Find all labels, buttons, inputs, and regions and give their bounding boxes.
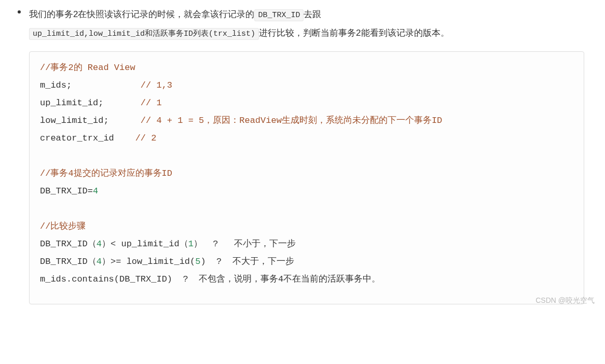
code-number: 1 [188, 239, 194, 249]
code-number: 5 [195, 257, 200, 267]
text-segment: 我们的事务2在快照读该行记录的时候，就会拿该行记录的 [29, 9, 254, 19]
inline-code: DB_TRX_ID [254, 9, 304, 21]
code-comment: //比较步骤 [40, 221, 86, 231]
code-comment: //事务2的 Read View [40, 63, 135, 73]
code-line: m_ids.contains(DB_TRX_ID) ? 不包含，说明，事务4不在… [40, 274, 380, 284]
code-block: //事务2的 Read View m_ids; // 1,3 up_limit_… [29, 51, 584, 304]
bullet-icon [18, 10, 21, 13]
code-comment: // 2 [135, 133, 157, 143]
code-comment: // 1 [141, 98, 162, 108]
code-line: ）< up_limit_id（ [102, 239, 188, 249]
code-line: ） ? 不小于，下一步 [194, 239, 296, 249]
code-line: m_ids; [40, 80, 141, 90]
text-segment: 进行比较，判断当前事务2能看到该记录的版本。 [259, 28, 449, 38]
code-number: 4 [97, 239, 102, 249]
paragraph-text: 我们的事务2在快照读该行记录的时候，就会拿该行记录的DB_TRX_ID去跟up_… [29, 5, 449, 42]
code-line: DB_TRX_ID（ [40, 239, 97, 249]
code-line: up_limit_id; [40, 98, 141, 108]
code-line: low_limit_id; [40, 116, 141, 125]
code-line: DB_TRX_ID= [40, 186, 93, 196]
code-line: creator_trx_id [40, 133, 135, 143]
text-segment: 去跟 [304, 9, 321, 19]
inline-code: up_limit_id,low_limit_id和活跃事务ID列表(trx_li… [29, 28, 259, 40]
code-line: ）>= low_limit_id( [102, 257, 195, 267]
watermark-text: CSDN @咬光空气 [535, 296, 595, 305]
code-comment: // 1,3 [141, 80, 172, 90]
code-number: 4 [93, 186, 98, 196]
code-comment: // 4 + 1 = 5，原因：ReadView生成时刻，系统尚未分配的下一个事… [141, 116, 442, 125]
bullet-list-item: 我们的事务2在快照读该行记录的时候，就会拿该行记录的DB_TRX_ID去跟up_… [5, 5, 589, 42]
code-number: 4 [97, 257, 102, 267]
code-line: DB_TRX_ID（ [40, 257, 97, 267]
code-line: ) ? 不大于，下一步 [200, 257, 294, 267]
code-comment: //事务4提交的记录对应的事务ID [40, 169, 172, 178]
